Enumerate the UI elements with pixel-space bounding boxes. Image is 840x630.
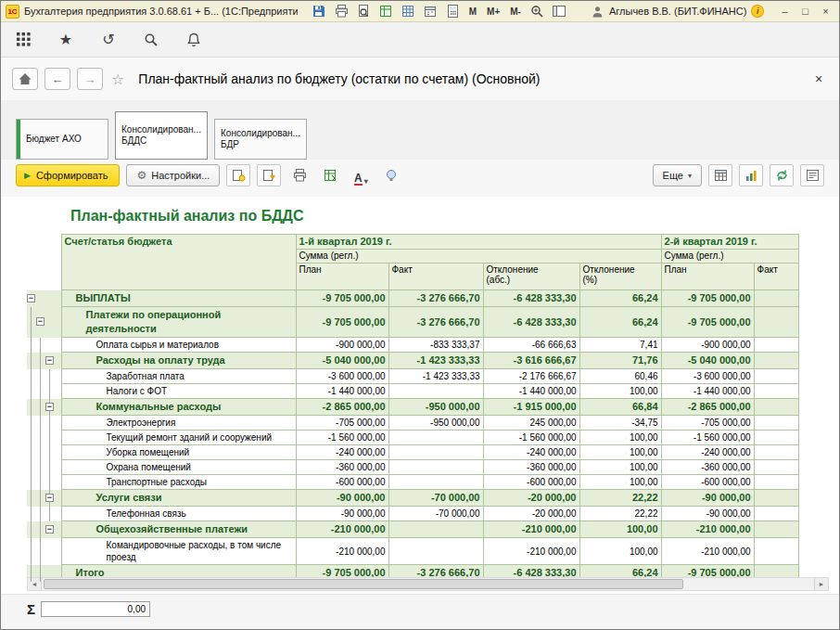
cell-value[interactable]: -3 276 666,70 <box>388 307 483 338</box>
cell-value[interactable]: -70 000,00 <box>388 507 483 521</box>
cell-value[interactable]: -1 440 000,00 <box>296 384 388 399</box>
table-row[interactable]: −ВЫПЛАТЫ-9 705 000,00-3 276 666,70-6 428… <box>27 290 798 307</box>
forward-button[interactable]: → <box>77 68 103 90</box>
row-label[interactable]: Общехозяйственные платежи <box>61 521 296 538</box>
cell-value[interactable]: -600 000,00 <box>661 475 754 490</box>
cell-value[interactable]: 100,00 <box>579 475 661 490</box>
collapse-icon[interactable]: − <box>45 525 54 534</box>
table-row[interactable]: Оплата сырья и материалов-900 000,00-833… <box>27 338 798 353</box>
row-label[interactable]: Электроэнергия <box>61 416 296 431</box>
cell-value[interactable]: -950 000,00 <box>388 416 483 431</box>
cell-value[interactable] <box>388 475 483 490</box>
cell-value[interactable]: -2 865 000,00 <box>296 399 388 416</box>
menu-grid-icon[interactable] <box>14 31 32 49</box>
row-label[interactable]: ВЫПЛАТЫ <box>61 290 296 307</box>
cell-value[interactable]: -240 000,00 <box>296 445 388 460</box>
row-label[interactable]: Налоги с ФОТ <box>61 384 296 399</box>
row-label[interactable]: Телефонная связь <box>61 507 296 521</box>
row-label[interactable]: Платежи по операционной деятельности <box>61 307 296 338</box>
save-to-file-icon[interactable] <box>318 164 342 186</box>
memory-m-minus-button[interactable]: М- <box>508 6 523 17</box>
table-row[interactable]: Заработная плата-3 600 000,00-1 423 333,… <box>27 369 798 384</box>
cell-value[interactable] <box>754 338 798 353</box>
cell-value[interactable]: 66,24 <box>579 290 661 307</box>
row-label[interactable]: Командировочные расходы, в том числе про… <box>61 538 296 565</box>
table-row[interactable]: −Услуги связи-90 000,00-70 000,00-20 000… <box>27 490 798 507</box>
cell-value[interactable]: -9 705 000,00 <box>296 290 388 307</box>
table-row[interactable]: Электроэнергия-705 000,00-950 000,00245 … <box>27 416 798 431</box>
col-header-sum-regl-q2[interactable]: Сумма (регл.) <box>661 250 798 264</box>
row-label[interactable]: Услуги связи <box>61 490 296 507</box>
cell-value[interactable]: -1 560 000,00 <box>296 431 388 445</box>
table-icon[interactable] <box>401 4 416 19</box>
row-label[interactable]: Оплата сырья и материалов <box>61 338 296 353</box>
row-label[interactable]: Охрана помещений <box>61 460 296 475</box>
cell-value[interactable]: -70 000,00 <box>388 490 483 507</box>
cell-value[interactable]: -90 000,00 <box>296 507 388 521</box>
tab-consolidated-bdds[interactable]: Консолидирован... БДДС <box>115 111 208 160</box>
cell-value[interactable]: 100,00 <box>579 460 661 475</box>
cell-value[interactable]: 22,22 <box>579 507 661 521</box>
row-label[interactable]: Расходы на оплату труда <box>61 353 296 369</box>
collapse-icon[interactable]: − <box>45 403 54 411</box>
col-header-account[interactable]: Счет/статья бюджета <box>61 235 296 290</box>
search-icon[interactable] <box>142 31 160 49</box>
cell-value[interactable]: 100,00 <box>579 445 661 460</box>
info-icon[interactable]: i <box>751 5 764 18</box>
close-form-icon[interactable]: × <box>809 71 828 86</box>
cell-value[interactable] <box>388 431 483 445</box>
cell-value[interactable] <box>754 521 798 538</box>
table-row[interactable]: Уборка помещений-240 000,00-240 000,0010… <box>27 445 798 460</box>
table-row[interactable]: Командировочные расходы, в том числе про… <box>27 538 798 565</box>
report-variant-icon[interactable] <box>226 164 250 186</box>
cell-value[interactable]: -210 000,00 <box>483 521 579 538</box>
home-button[interactable] <box>12 68 38 90</box>
cell-value[interactable]: 100,00 <box>579 538 661 565</box>
cell-value[interactable]: 100,00 <box>579 431 661 445</box>
col-header-q1[interactable]: 1-й квартал 2019 г. <box>296 235 661 250</box>
table-row[interactable]: Охрана помещений-360 000,00-360 000,0010… <box>27 460 798 475</box>
table-row[interactable]: Транспортные расходы-600 000,00-600 000,… <box>27 475 798 490</box>
cell-value[interactable]: 7,41 <box>579 338 661 353</box>
cell-value[interactable] <box>754 384 798 399</box>
sum-field[interactable] <box>41 601 150 617</box>
cell-value[interactable]: -210 000,00 <box>483 538 579 565</box>
row-label[interactable]: Коммунальные расходы <box>61 399 296 416</box>
cell-value[interactable]: -1 423 333,33 <box>388 353 483 369</box>
cell-value[interactable]: -705 000,00 <box>296 416 388 431</box>
cell-value[interactable]: -600 000,00 <box>483 475 579 490</box>
favorite-star-icon[interactable]: ☆ <box>111 71 124 88</box>
details-list-icon[interactable] <box>800 164 824 186</box>
cell-value[interactable]: -210 000,00 <box>661 521 754 538</box>
cell-value[interactable]: -20 000,00 <box>483 490 579 507</box>
table-row[interactable]: Текущий ремонт зданий и сооружений-1 560… <box>27 431 798 445</box>
period-table-icon[interactable] <box>708 164 732 186</box>
cell-value[interactable] <box>754 290 798 307</box>
cell-value[interactable]: 60,46 <box>579 369 661 384</box>
cell-value[interactable]: -90 000,00 <box>296 490 388 507</box>
cell-value[interactable]: -6 428 333,30 <box>483 290 579 307</box>
cell-value[interactable] <box>754 460 798 475</box>
cell-value[interactable]: -1 915 000,00 <box>483 399 579 416</box>
cell-value[interactable]: -66 666,63 <box>483 338 579 353</box>
save-icon[interactable] <box>312 4 327 19</box>
row-label[interactable]: Транспортные расходы <box>61 475 296 490</box>
cell-value[interactable] <box>754 490 798 507</box>
col-header-sum-regl-q1[interactable]: Сумма (регл.) <box>296 250 661 264</box>
cell-value[interactable]: -34,75 <box>579 416 661 431</box>
cell-value[interactable]: -5 040 000,00 <box>661 353 754 369</box>
cell-value[interactable]: 71,76 <box>579 353 661 369</box>
more-button[interactable]: Еще ▾ <box>653 164 702 186</box>
font-settings-button[interactable]: А ▾ <box>349 164 373 186</box>
tab-budget-axo[interactable]: Бюджет АХО <box>16 119 108 160</box>
favorites-icon[interactable]: ★ <box>57 31 75 49</box>
cell-value[interactable] <box>754 369 798 384</box>
cell-value[interactable] <box>754 353 798 369</box>
cell-value[interactable]: -1 560 000,00 <box>661 431 754 445</box>
cell-value[interactable]: -6 428 333,30 <box>483 307 579 338</box>
cell-value[interactable] <box>388 521 483 538</box>
cell-value[interactable] <box>754 538 798 565</box>
col-header-fact-q2[interactable]: Факт <box>754 264 798 290</box>
maximize-button[interactable]: □ <box>796 4 814 19</box>
table-row[interactable]: −Общехозяйственные платежи-210 000,00-21… <box>27 521 798 538</box>
